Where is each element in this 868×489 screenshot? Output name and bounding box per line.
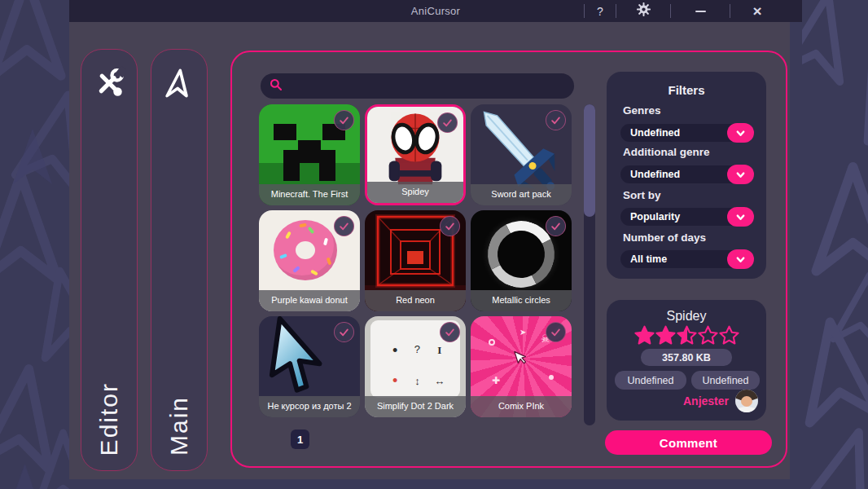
filter-label-number-of-days: Number of days [623,231,706,244]
check-icon[interactable] [437,112,458,133]
pack-tag: Undefined [691,371,760,390]
check-icon[interactable] [546,322,566,342]
tile-caption: Spidey [367,182,463,203]
minimize-button[interactable] [671,0,730,22]
check-icon[interactable] [546,216,566,236]
dropdown-sort-by[interactable]: Popularity [620,208,753,226]
desktop-pattern-right [802,0,868,489]
tile-minecraft[interactable]: Minecraft. The First [259,104,360,205]
filters-panel: Filters Genres Undefined Additional genr… [607,72,766,279]
dropdown-value: All time [630,253,667,265]
chevron-down-icon [727,123,754,143]
check-icon[interactable] [334,110,354,130]
pack-details-panel: Spidey 357.80 KB Undefined Undefined Anj… [607,300,766,421]
page-button[interactable]: 1 [291,430,309,449]
filter-label-genres: Genres [623,104,661,117]
search-bar [261,73,574,99]
star-icon-empty [698,325,718,349]
dropdown-genres[interactable]: Undefined [620,124,753,142]
scrollbar-thumb[interactable] [584,104,595,217]
dropdown-value: Undefined [630,169,680,180]
tile-caption: Не курсор из доты 2 [259,396,360,417]
chevron-down-icon [727,207,754,227]
tile-metallic[interactable]: Metallic circles [471,210,572,311]
tile-caption: Sword art pack [471,184,572,205]
rating-stars[interactable] [607,325,766,349]
star-icon-empty [719,325,739,349]
chevron-down-icon [727,249,754,269]
close-button[interactable]: × [730,0,784,22]
screen: AniCursor ? [0,0,868,489]
dropdown-additional-genre[interactable]: Undefined [620,165,753,183]
tab-editor[interactable]: Editor [81,49,138,471]
star-icon-full [634,325,655,349]
filter-label-additional-genre: Additional genre [623,146,710,158]
pack-title: Spidey [607,309,766,324]
check-icon[interactable] [440,322,460,342]
chevron-down-icon [727,165,754,184]
tab-editor-label: Editor [95,382,123,456]
titlebar: AniCursor ? [69,0,802,22]
search-input[interactable] [289,80,565,92]
author-row[interactable]: Anjester [683,390,758,412]
star-icon-full [655,325,676,349]
tile-caption: Minecraft. The First [259,184,360,205]
tile-donut[interactable]: Purple kawai donut [259,210,360,311]
minimize-icon [695,11,706,12]
settings-button[interactable] [616,0,670,22]
help-button[interactable]: ? [585,0,616,22]
check-icon[interactable] [440,216,460,236]
tile-red-neon[interactable]: Red neon [365,210,466,311]
search-icon [270,78,283,95]
star-icon-half [677,325,697,349]
avatar-face [741,396,752,407]
tile-simplify-dot[interactable]: • ? I • ↕ ↔ Simplify Dot 2 Dark [365,316,466,417]
dropdown-value: Undefined [630,127,680,139]
comment-button[interactable]: Comment [605,430,772,455]
avatar[interactable] [735,390,758,412]
check-icon[interactable] [334,322,354,342]
filter-label-sort-by: Sort by [623,189,661,201]
check-icon[interactable] [334,216,354,236]
scrollbar-track[interactable] [584,104,595,425]
anicursor-logo-icon [161,66,197,105]
pack-tag: Undefined [615,371,686,390]
tile-caption: Red neon [365,290,466,311]
filters-title: Filters [607,83,766,97]
tile-caption: Purple kawai donut [259,290,360,311]
avatar-shirt [736,407,757,412]
tile-sword-art[interactable]: Sword art pack [471,104,572,205]
dropdown-value: Popularity [630,211,680,222]
titlebar-controls: ? [584,0,802,22]
help-icon: ? [597,5,603,18]
check-icon[interactable] [546,110,566,130]
pack-size-badge: 357.80 KB [641,349,732,366]
tab-main-label: Main [165,396,193,456]
tools-icon [92,66,126,104]
gear-icon [637,2,651,20]
tile-comix-pink[interactable]: ☠ ✚ ➤ Comix PInk [471,316,572,417]
app-window: AniCursor ? [69,0,802,479]
tab-main[interactable]: Main [151,49,208,471]
desktop-pattern-left [0,0,69,489]
tile-dota-cursor[interactable]: Не курсор из доты 2 [259,316,360,417]
tile-caption: Simplify Dot 2 Dark [365,396,466,417]
window-body: Editor Main [69,22,790,479]
close-icon: × [752,2,761,20]
tile-caption: Metallic circles [471,290,572,311]
author-name[interactable]: Anjester [683,394,729,408]
dropdown-number-of-days[interactable]: All time [620,250,753,268]
tile-spidey[interactable]: Spidey [365,104,466,205]
tile-caption: Comix PInk [471,396,572,417]
